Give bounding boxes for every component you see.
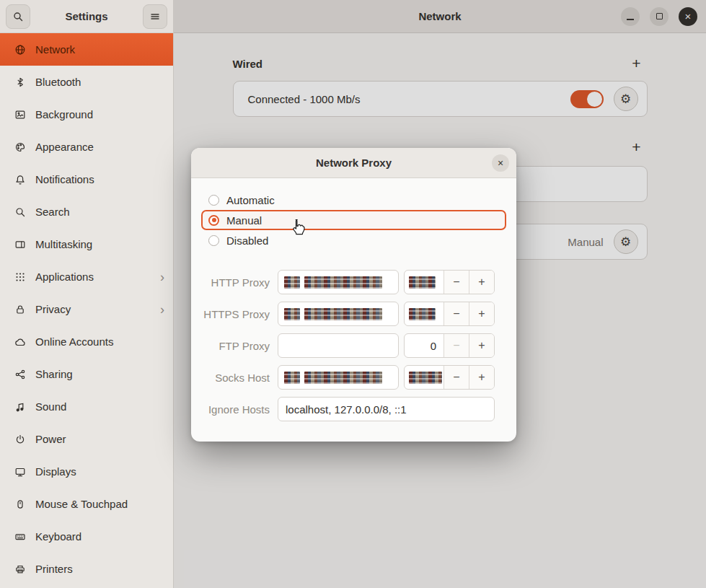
https-port-spinbutton[interactable]: − +	[404, 302, 495, 326]
increment-button[interactable]: +	[469, 366, 494, 389]
search-button[interactable]	[6, 4, 30, 29]
background-icon	[14, 109, 26, 120]
redacted-value	[284, 308, 300, 320]
increment-button[interactable]: +	[469, 302, 494, 325]
sidebar-item-appearance[interactable]: Appearance	[0, 131, 173, 163]
minus-icon: −	[453, 276, 459, 289]
sidebar-item-label: Network	[35, 43, 75, 56]
sidebar-item-keyboard[interactable]: Keyboard	[0, 520, 173, 553]
minimize-icon	[627, 19, 634, 20]
gear-icon: ⚙	[620, 234, 631, 250]
proxy-mode-value: Manual	[568, 236, 603, 248]
https-proxy-input[interactable]	[278, 302, 399, 326]
share-icon	[14, 369, 26, 380]
lock-icon	[14, 304, 26, 315]
wired-settings-button[interactable]: ⚙	[614, 87, 638, 111]
plus-icon: +	[632, 139, 640, 156]
radio-label: Automatic	[226, 194, 275, 206]
sidebar-item-network[interactable]: Network	[0, 33, 173, 66]
sidebar-item-label: Online Accounts	[35, 335, 113, 348]
radio-icon	[208, 195, 219, 206]
sidebar-item-sound[interactable]: Sound	[0, 390, 173, 423]
socks-host-input[interactable]	[278, 365, 399, 390]
add-wired-button[interactable]: +	[626, 53, 648, 74]
power-icon	[14, 434, 26, 445]
radio-row-manual[interactable]: Manual	[201, 210, 506, 230]
sidebar-item-displays[interactable]: Displays	[0, 455, 173, 488]
http-port-spinbutton[interactable]: − +	[404, 270, 495, 294]
sidebar-item-power[interactable]: Power	[0, 423, 173, 455]
sidebar-item-label: Sound	[35, 400, 66, 413]
sidebar-item-label: Appearance	[35, 141, 94, 153]
keyboard-icon	[14, 531, 26, 543]
radio-row-disabled[interactable]: Disabled	[201, 230, 506, 250]
decrement-button[interactable]: −	[444, 334, 469, 357]
proxy-mode-radio-group: Automatic Manual Disabled	[201, 190, 506, 250]
sidebar-item-label: Notifications	[35, 173, 94, 185]
dialog-close-button[interactable]: ×	[492, 154, 509, 172]
increment-button[interactable]: +	[469, 334, 494, 357]
radio-checked-icon	[208, 215, 219, 226]
menu-button[interactable]	[143, 4, 167, 29]
redacted-value	[304, 372, 382, 384]
sidebar-item-mouse-touchpad[interactable]: Mouse & Touchpad	[0, 488, 173, 520]
sidebar-item-background[interactable]: Background	[0, 98, 173, 131]
proxy-settings-button[interactable]: ⚙	[614, 229, 638, 254]
sidebar-item-label: Applications	[35, 271, 94, 283]
redacted-value	[304, 308, 382, 320]
sidebar-item-label: Bluetooth	[35, 76, 81, 88]
sidebar-item-search[interactable]: Search	[0, 196, 173, 228]
minus-icon: −	[453, 307, 459, 320]
sidebar-item-multitasking[interactable]: Multitasking	[0, 228, 173, 260]
minus-icon: −	[453, 371, 459, 384]
close-icon: ×	[498, 157, 503, 169]
plus-icon: +	[478, 276, 485, 289]
sidebar-item-printers[interactable]: Printers	[0, 553, 173, 585]
decrement-button[interactable]: −	[444, 366, 469, 389]
close-icon: ×	[685, 11, 692, 22]
sidebar-item-label: Background	[35, 108, 93, 120]
page-title: Network	[418, 10, 461, 22]
socks-port-spinbutton[interactable]: − +	[404, 365, 495, 390]
ignore-hosts-input[interactable]: localhost, 127.0.0.0/8, ::1	[278, 397, 495, 421]
sidebar-item-label: Mouse & Touchpad	[35, 498, 128, 510]
increment-button[interactable]: +	[469, 271, 494, 294]
decrement-button[interactable]: −	[444, 302, 469, 325]
radio-row-automatic[interactable]: Automatic	[201, 190, 506, 210]
sidebar-header: Settings	[0, 0, 173, 33]
sidebar-item-label: Displays	[35, 465, 76, 478]
toggle-knob	[587, 92, 602, 107]
sidebar-item-notifications[interactable]: Notifications	[0, 163, 173, 196]
network-proxy-dialog: Network Proxy × Automatic Manual Disable…	[191, 148, 516, 442]
chevron-right-icon: ›	[160, 271, 164, 284]
chevron-right-icon: ›	[160, 303, 164, 316]
sidebar-item-bluetooth[interactable]: Bluetooth	[0, 66, 173, 98]
plus-icon: +	[478, 307, 485, 320]
sidebar-item-label: Power	[35, 433, 66, 445]
sidebar-item-privacy[interactable]: Privacy ›	[0, 293, 173, 325]
sidebar-item-online-accounts[interactable]: Online Accounts	[0, 325, 173, 358]
add-vpn-button[interactable]: +	[626, 136, 648, 158]
maximize-button[interactable]	[650, 7, 669, 26]
wired-connection-row: Connected - 1000 Mb/s ⚙	[233, 81, 648, 117]
mouse-icon	[14, 499, 26, 510]
dialog-body: Automatic Manual Disabled HTTP Proxy − +	[191, 178, 516, 442]
sidebar-item-label: Privacy	[35, 303, 71, 315]
decrement-button[interactable]: −	[444, 271, 469, 294]
wired-status-label: Connected - 1000 Mb/s	[248, 93, 361, 105]
ftp-proxy-input[interactable]	[278, 333, 399, 358]
minimize-button[interactable]	[621, 7, 640, 26]
ftp-port-spinbutton[interactable]: 0 − +	[404, 333, 495, 358]
close-window-button[interactable]: ×	[679, 7, 697, 26]
ftp-port-value: 0	[405, 334, 444, 357]
sidebar-item-applications[interactable]: Applications ›	[0, 260, 173, 293]
sidebar-item-label: Printers	[35, 563, 73, 575]
ftp-proxy-label: FTP Proxy	[201, 340, 278, 352]
search-icon	[14, 206, 26, 218]
plus-icon: +	[632, 55, 640, 72]
main-headerbar: Network ×	[174, 0, 706, 33]
proxy-form: HTTP Proxy − + HTTPS Proxy − +	[201, 270, 506, 421]
wired-toggle[interactable]	[570, 90, 604, 108]
sidebar-item-sharing[interactable]: Sharing	[0, 358, 173, 390]
http-proxy-input[interactable]	[278, 270, 399, 294]
